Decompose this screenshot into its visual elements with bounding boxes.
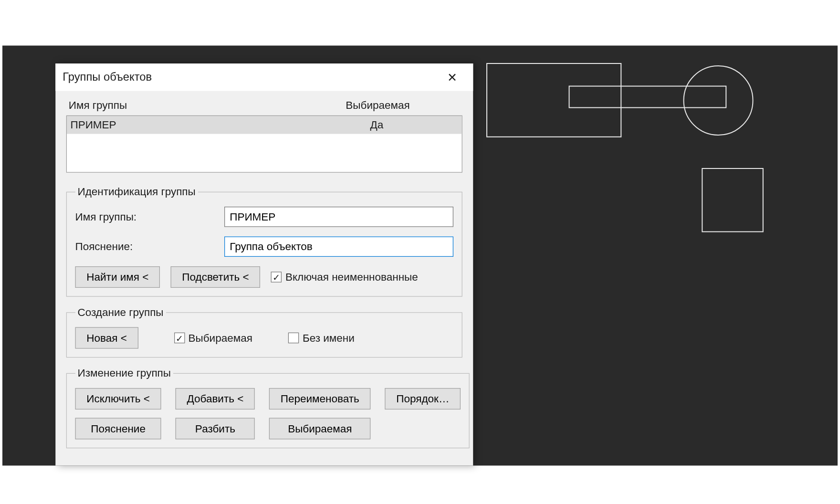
cad-rect-small xyxy=(702,168,763,232)
cad-rect-large xyxy=(487,63,621,137)
close-icon[interactable]: ✕ xyxy=(439,63,466,91)
checkbox-unnamed[interactable]: Без имени xyxy=(288,332,355,344)
dialog-titlebar: Группы объектов ✕ xyxy=(55,63,473,91)
input-description[interactable] xyxy=(224,237,453,257)
rename-button[interactable]: Переименовать xyxy=(269,388,370,410)
groups-list[interactable]: ПРИМЕР Да xyxy=(66,116,462,173)
cad-rect-long xyxy=(569,86,726,108)
fieldset-create-legend: Создание группы xyxy=(75,306,166,319)
fieldset-edit-legend: Изменение группы xyxy=(75,367,173,379)
object-groups-dialog: Группы объектов ✕ Имя группы Выбираемая … xyxy=(55,63,473,466)
explode-button[interactable]: Разбить xyxy=(176,418,255,440)
groups-list-header-selectable: Выбираемая xyxy=(295,99,460,112)
fieldset-create: Создание группы Новая < Выбираемая Без и… xyxy=(66,306,462,358)
add-button[interactable]: Добавить < xyxy=(176,388,255,410)
check-icon xyxy=(174,333,185,344)
label-description: Пояснение: xyxy=(75,241,225,253)
fieldset-identification: Идентификация группы Имя группы: Пояснен… xyxy=(66,186,462,297)
groups-list-row[interactable]: ПРИМЕР Да xyxy=(67,116,462,134)
check-icon xyxy=(271,272,282,283)
dialog-title: Группы объектов xyxy=(63,71,439,84)
new-group-button[interactable]: Новая < xyxy=(75,327,138,349)
highlight-button[interactable]: Подсветить < xyxy=(171,266,261,288)
groups-list-header-name: Имя группы xyxy=(69,99,296,112)
groups-list-area: Имя группы Выбираемая ПРИМЕР Да xyxy=(55,91,473,177)
groups-list-row-name: ПРИМЕР xyxy=(71,119,295,131)
input-group-name[interactable] xyxy=(224,207,453,227)
groups-list-header-row: Имя группы Выбираемая xyxy=(66,99,462,116)
find-name-button[interactable]: Найти имя < xyxy=(75,266,160,288)
checkbox-include-unnamed-label: Включая неименнованные xyxy=(285,271,418,283)
checkbox-selectable[interactable]: Выбираемая xyxy=(174,332,252,344)
checkbox-selectable-label: Выбираемая xyxy=(189,332,252,344)
label-group-name: Имя группы: xyxy=(75,210,225,223)
checkbox-box-icon xyxy=(288,333,299,344)
fieldset-identification-legend: Идентификация группы xyxy=(75,186,198,198)
fieldset-edit: Изменение группы Исключить < Добавить < … xyxy=(66,367,470,448)
cad-circle xyxy=(684,66,753,135)
groups-list-row-selectable: Да xyxy=(295,119,458,131)
remove-button[interactable]: Исключить < xyxy=(75,388,161,410)
checkbox-include-unnamed[interactable]: Включая неименнованные xyxy=(271,271,418,283)
page-top-whitespace xyxy=(2,4,838,46)
description-button[interactable]: Пояснение xyxy=(75,418,161,440)
order-button[interactable]: Порядок… xyxy=(385,388,461,410)
selectable-button[interactable]: Выбираемая xyxy=(269,418,370,440)
checkbox-unnamed-label: Без имени xyxy=(303,332,355,344)
